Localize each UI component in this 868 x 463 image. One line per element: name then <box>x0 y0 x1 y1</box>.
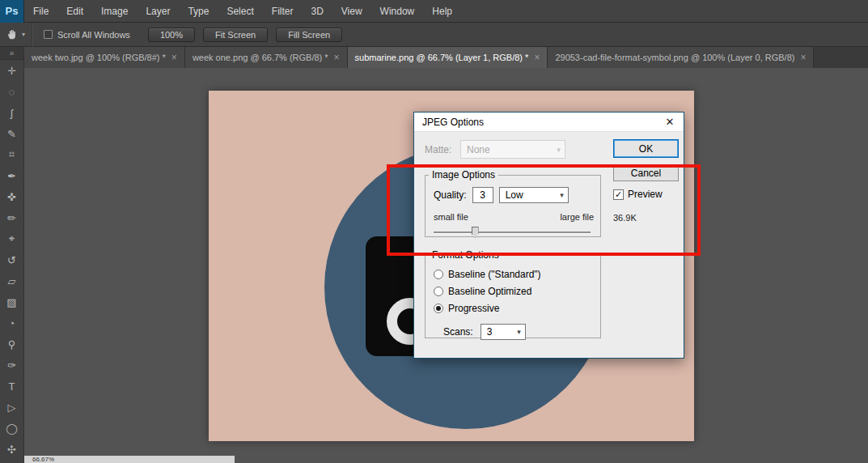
cancel-button[interactable]: Cancel <box>613 164 679 181</box>
close-icon[interactable]: × <box>800 52 806 63</box>
preview-label: Preview <box>628 189 663 200</box>
scans-value: 3 <box>487 326 493 338</box>
scroll-all-windows-label: Scroll All Windows <box>57 30 130 40</box>
quality-input[interactable] <box>472 187 493 203</box>
photoshop-logo: Ps <box>0 0 24 23</box>
menu-type[interactable]: Type <box>179 0 218 23</box>
scans-select[interactable]: 3 ▾ <box>481 324 526 340</box>
zoom-100-button[interactable]: 100% <box>148 28 195 42</box>
dodge-tool[interactable]: ⚲ <box>2 333 23 355</box>
menu-window[interactable]: Window <box>371 0 424 23</box>
tab-label: 29053-cad-file-format-symbol.png @ 100% … <box>555 53 794 62</box>
clone-stamp-tool[interactable]: ⌖ <box>2 228 23 249</box>
tab-label: week two.jpg @ 100% (RGB/8#) * <box>32 53 166 62</box>
ellipse-tool[interactable]: ◯ <box>2 418 23 439</box>
format-options-legend: Format Options <box>429 249 502 261</box>
quality-preset-select[interactable]: Low ▾ <box>499 187 569 203</box>
scroll-all-windows-checkbox[interactable]: Scroll All Windows <box>44 30 130 40</box>
close-icon[interactable]: × <box>534 52 540 63</box>
matte-label: Matte: <box>425 144 451 155</box>
hand-tool-preset[interactable]: ▾ <box>0 23 32 47</box>
quick-selection-tool[interactable]: ✎ <box>2 123 23 144</box>
photoshop-window: Ps File Edit Image Layer Type Select Fil… <box>0 0 868 463</box>
dialog-titlebar[interactable]: JPEG Options ✕ <box>414 113 684 132</box>
menu-image[interactable]: Image <box>92 0 137 23</box>
gradient-tool[interactable]: ▨ <box>2 291 23 312</box>
close-icon[interactable]: × <box>171 52 177 63</box>
radio-label: Progressive <box>448 303 499 314</box>
scans-row: Scans: 3 ▾ <box>443 324 526 340</box>
matte-select: None ▾ <box>460 140 565 159</box>
menu-3d[interactable]: 3D <box>302 0 332 23</box>
dialog-body: Matte: None ▾ OK Cancel Image Options Qu… <box>414 132 684 359</box>
tools-panel: » ✛ ◌ ʃ ✎ ⌗ ✒ ✜ ✏ ⌖ ↺ ▱ ▨ ◔ ⚲ ✑ T ▷ ◯ ✣ <box>0 47 24 463</box>
close-icon[interactable]: ✕ <box>661 116 679 128</box>
slider-caption-row: small file large file <box>434 212 594 222</box>
menu-file[interactable]: File <box>24 0 57 23</box>
fill-screen-button[interactable]: Fill Screen <box>276 28 342 42</box>
tab-week-one[interactable]: week one.png @ 66.7% (RGB/8) * × <box>185 47 348 68</box>
menu-help[interactable]: Help <box>423 0 461 23</box>
radio-label: Baseline ("Standard") <box>448 269 541 280</box>
checkbox-box-icon: ✓ <box>613 189 624 200</box>
menu-edit[interactable]: Edit <box>57 0 92 23</box>
radio-baseline-standard[interactable]: Baseline ("Standard") <box>434 269 541 280</box>
hand-tool[interactable]: ✣ <box>2 439 23 460</box>
image-options-group: Image Options Quality: Low ▾ small file … <box>425 169 601 237</box>
tab-week-two[interactable]: week two.jpg @ 100% (RGB/8#) * × <box>24 47 185 68</box>
crop-tool[interactable]: ⌗ <box>2 144 23 165</box>
document-tabs: week two.jpg @ 100% (RGB/8#) * × week on… <box>24 47 868 68</box>
checkbox-box-icon <box>44 30 53 39</box>
options-bar: ▾ Scroll All Windows 100% Fit Screen Fil… <box>0 23 868 47</box>
menu-view[interactable]: View <box>332 0 371 23</box>
chevron-down-icon: ▾ <box>557 146 561 154</box>
zoom-level: 66.67% <box>32 456 54 463</box>
quality-slider[interactable] <box>434 226 591 238</box>
format-options-group: Format Options Baseline ("Standard") Bas… <box>425 249 601 338</box>
eraser-tool[interactable]: ▱ <box>2 270 23 291</box>
hand-icon <box>6 28 19 40</box>
fit-screen-button[interactable]: Fit Screen <box>203 28 268 42</box>
radio-label: Baseline Optimized <box>448 286 531 297</box>
image-options-legend: Image Options <box>429 169 498 181</box>
file-size: 36.9K <box>613 213 637 223</box>
tab-submarine[interactable]: submarine.png @ 66.7% (Layer 1, RGB/8) *… <box>348 47 548 68</box>
ok-button[interactable]: OK <box>613 139 679 158</box>
menu-filter[interactable]: Filter <box>263 0 303 23</box>
slider-track <box>434 232 591 233</box>
chevron-down-icon: ▾ <box>517 328 521 336</box>
menu-layer[interactable]: Layer <box>137 0 179 23</box>
eyedropper-tool[interactable]: ✒ <box>2 165 23 186</box>
radio-icon <box>434 304 443 313</box>
slider-thumb[interactable] <box>472 227 479 238</box>
pen-tool[interactable]: ✑ <box>2 355 23 376</box>
jpeg-options-dialog: JPEG Options ✕ Matte: None ▾ OK Cancel I… <box>413 112 684 359</box>
marquee-tool[interactable]: ◌ <box>2 81 23 102</box>
large-file-label: large file <box>560 212 594 222</box>
close-icon[interactable]: × <box>334 52 340 63</box>
preview-checkbox[interactable]: ✓ Preview <box>613 189 663 200</box>
document-status-bar: 66.67% <box>24 456 235 463</box>
quality-label: Quality: <box>434 189 467 201</box>
radio-baseline-optimized[interactable]: Baseline Optimized <box>434 286 531 297</box>
dialog-title: JPEG Options <box>422 117 484 128</box>
collapse-panel-icon[interactable]: » <box>0 47 23 60</box>
quality-preset-value: Low <box>506 189 523 201</box>
brush-tool[interactable]: ✏ <box>2 207 23 228</box>
tab-cad-file-format-symbol[interactable]: 29053-cad-file-format-symbol.png @ 100% … <box>548 47 814 68</box>
menu-select[interactable]: Select <box>218 0 262 23</box>
menu-bar: Ps File Edit Image Layer Type Select Fil… <box>0 0 868 23</box>
quality-row: Quality: Low ▾ <box>434 187 569 203</box>
history-brush-tool[interactable]: ↺ <box>2 249 23 270</box>
blur-tool[interactable]: ◔ <box>2 312 23 333</box>
scans-label: Scans: <box>443 326 473 338</box>
spot-healing-tool[interactable]: ✜ <box>2 186 23 207</box>
type-tool[interactable]: T <box>2 376 23 397</box>
check-icon: ✓ <box>615 190 622 199</box>
path-selection-tool[interactable]: ▷ <box>2 397 23 418</box>
move-tool[interactable]: ✛ <box>2 60 23 81</box>
radio-progressive[interactable]: Progressive <box>434 303 499 314</box>
lasso-tool[interactable]: ʃ <box>2 102 23 123</box>
tab-label: submarine.png @ 66.7% (Layer 1, RGB/8) * <box>355 53 529 62</box>
radio-icon <box>434 270 443 279</box>
